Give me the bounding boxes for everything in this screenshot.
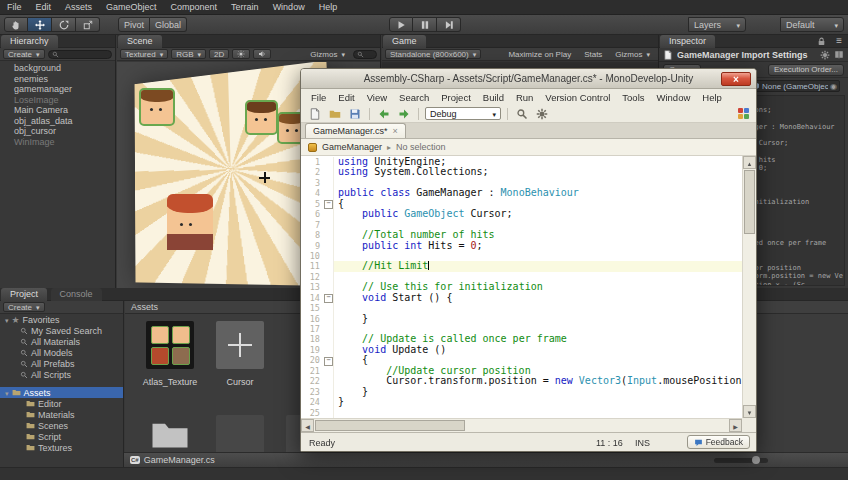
code-line[interactable]: 25 [301,408,742,418]
pivot-toggle[interactable]: Pivot [118,17,150,32]
fold-collapse-icon[interactable] [323,355,333,365]
save-icon[interactable] [347,106,363,122]
hierarchy-tab[interactable]: Hierarchy [1,35,58,48]
code-line[interactable]: 11 //Hit Limit [301,261,742,271]
thumbnail-size-slider[interactable] [714,458,768,463]
scroll-left-icon[interactable] [301,419,314,432]
options-gear-icon[interactable] [534,106,550,122]
folder-item[interactable]: Textures [0,442,123,453]
assets-root-item[interactable]: Assets [0,387,123,398]
search-icon[interactable] [514,106,530,122]
horizontal-scrollbar-thumb[interactable] [315,420,465,431]
menu-item[interactable]: Window [651,92,697,103]
vertical-scrollbar-thumb[interactable] [744,170,755,234]
code-line[interactable]: 19 void Update () [301,345,742,355]
breadcrumb-selection[interactable]: No selection [396,142,446,152]
folder-item[interactable]: Editor [0,398,123,409]
fold-collapse-icon[interactable] [323,199,333,209]
menu-item[interactable]: File [305,92,332,103]
menu-item[interactable]: Edit [332,92,360,103]
hand-tool-icon[interactable] [4,17,28,32]
unity-menu-item[interactable]: Window [266,2,312,12]
stats-toggle[interactable]: Stats [579,49,607,59]
asset-item-cursor[interactable]: Cursor [209,321,271,387]
code-line[interactable]: 9 public int Hits = 0; [301,241,742,251]
asset-path-breadcrumb[interactable]: Assets [131,302,158,312]
menu-item[interactable]: Project [435,92,477,103]
menu-item[interactable]: Search [393,92,435,103]
code-line[interactable]: 14 void Start () { [301,293,742,303]
object-reference-field[interactable]: None (GameObject) [749,80,840,92]
saved-search-item[interactable]: My Saved Search [0,325,123,336]
code-line[interactable]: 15 [301,303,742,313]
code-line[interactable]: 4public class GameManager : MonoBehaviou… [301,188,742,198]
code-line[interactable]: 6 public GameObject Cursor; [301,209,742,219]
code-line[interactable]: 18 // Update is called once per frame [301,334,742,344]
code-line[interactable]: 1using UnityEngine; [301,157,742,167]
scroll-right-icon[interactable] [729,419,742,432]
menu-item[interactable]: Run [510,92,539,103]
game-tab[interactable]: Game [383,35,426,48]
scroll-down-icon[interactable] [743,405,756,418]
scene-lighting-toggle[interactable] [232,49,250,59]
code-line[interactable]: 2using System.Collections; [301,167,742,177]
code-editor[interactable]: 1using UnityEngine;2using System.Collect… [301,156,742,418]
unity-menu-item[interactable]: Edit [29,2,59,12]
scene-search-input[interactable] [353,50,377,59]
hierarchy-item[interactable]: obj_atlas_data [0,116,115,127]
hierarchy-item[interactable]: gamemanager [0,84,115,95]
hierarchy-create-button[interactable]: Create [3,49,45,59]
hierarchy-item[interactable]: background [0,63,115,74]
aspect-ratio-dropdown[interactable]: Standalone (800x600) [385,49,481,59]
build-configuration-select[interactable]: Debug [425,107,501,120]
asset-folder-item[interactable] [139,415,201,455]
code-line[interactable]: 13 // Use this for initialization [301,282,742,292]
move-tool-icon[interactable] [28,17,52,32]
panel-menu-icon[interactable] [836,35,842,46]
document-tab[interactable]: GameManager.cs* [305,123,406,138]
2d-toggle[interactable]: 2D [209,49,229,59]
lock-icon[interactable] [817,37,826,46]
step-button[interactable] [437,17,461,32]
unity-menu-item[interactable]: Component [164,2,225,12]
code-line[interactable]: 16 } [301,314,742,324]
code-line[interactable]: 3 [301,178,742,188]
tab-close-icon[interactable] [393,126,398,136]
menu-item[interactable]: View [361,92,393,103]
saved-search-item[interactable]: All Models [0,347,123,358]
new-document-icon[interactable] [307,106,323,122]
folder-item[interactable]: Scenes [0,420,123,431]
scale-tool-icon[interactable] [76,17,100,32]
code-line[interactable]: 21 //Update cursor position [301,366,742,376]
global-toggle[interactable]: Global [150,17,187,32]
horizontal-scrollbar[interactable] [301,418,742,432]
navigate-back-icon[interactable] [376,106,392,122]
unity-menu-item[interactable]: Terrain [224,2,266,12]
execution-order-button[interactable]: Execution Order... [768,64,844,76]
hierarchy-search-input[interactable] [48,50,112,59]
breadcrumb-class[interactable]: GameManager [322,142,382,152]
help-icon[interactable] [834,50,844,60]
object-picker-icon[interactable] [830,82,837,91]
inspector-tab[interactable]: Inspector [660,35,715,48]
hierarchy-item[interactable]: LoseImage [0,95,115,106]
folder-item[interactable]: Script [0,431,123,442]
code-line[interactable]: 17 [301,324,742,334]
code-line[interactable]: 22 Cursor.transform.position = new Vecto… [301,376,742,386]
hierarchy-item[interactable]: WinImage [0,137,115,148]
unity-menu-item[interactable]: GameObject [99,2,164,12]
hierarchy-item[interactable]: Main Camera [0,105,115,116]
foldout-arrow-icon[interactable] [5,388,9,398]
code-line[interactable]: 5{ [301,199,742,209]
foldout-arrow-icon[interactable] [5,315,9,325]
render-mode-dropdown[interactable]: RGB [171,49,206,59]
project-tab[interactable]: Project [1,288,47,301]
fold-collapse-icon[interactable] [323,293,333,303]
game-gizmos-dropdown[interactable]: Gizmos [610,49,655,59]
unity-menu-item[interactable]: Assets [58,2,99,12]
hierarchy-item[interactable]: enemies [0,74,115,85]
scroll-up-icon[interactable] [743,156,756,169]
menu-item[interactable]: Version Control [539,92,616,103]
titlebar[interactable]: Assembly-CSharp - Assets/Script/GameMana… [301,69,756,89]
unity-menu-item[interactable]: File [0,2,29,12]
